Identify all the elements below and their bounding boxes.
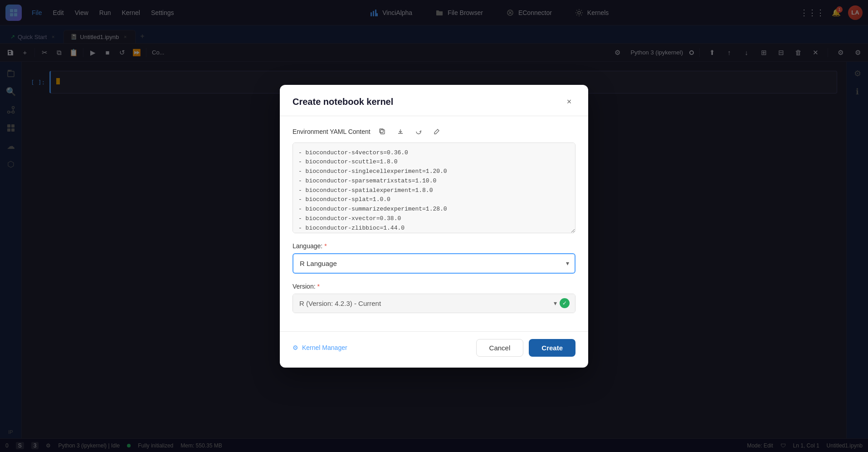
yaml-edit-button[interactable] — [430, 125, 443, 138]
svg-rect-23 — [380, 129, 383, 133]
kernel-manager-label: Kernel Manager — [302, 344, 347, 351]
modal-footer: ⚙ Kernel Manager Cancel Create — [280, 331, 588, 368]
yaml-line-4: - bioconductor-sparsematrixstats=1.10.0 — [298, 177, 570, 186]
version-chevron-icon: ▾ — [554, 300, 557, 307]
language-label: Language: * — [293, 242, 575, 250]
yaml-copy-button[interactable] — [376, 125, 389, 138]
version-label: Version: * — [293, 283, 575, 290]
yaml-label: Environment YAML Content — [293, 128, 371, 135]
modal-actions: Cancel Create — [476, 339, 575, 357]
yaml-line-2: - bioconductor-scuttle=1.8.0 — [298, 157, 570, 167]
language-section: Language: * R Language Python ▾ — [293, 242, 575, 274]
language-select[interactable]: R Language Python — [293, 254, 575, 273]
yaml-line-6: - bioconductor-splat=1.0.0 — [298, 195, 570, 205]
modal-close-button[interactable]: × — [563, 96, 575, 108]
yaml-line-9: - bioconductor-zlibbioc=1.44.0 — [298, 224, 570, 233]
yaml-content[interactable]: - bioconductor-s4vectors=0.36.0 - biocon… — [293, 142, 575, 233]
modal-header: Create notebook kernel × — [280, 85, 588, 116]
modal-overlay: Create notebook kernel × Environment YAM… — [0, 0, 868, 452]
cancel-button[interactable]: Cancel — [476, 339, 524, 357]
yaml-line-8: - bioconductor-xvector=0.38.0 — [298, 214, 570, 224]
language-required-star: * — [324, 242, 327, 250]
version-required-star: * — [317, 283, 320, 290]
version-check-icon: ✓ — [560, 298, 570, 308]
yaml-header: Environment YAML Content — [293, 125, 575, 138]
kernel-manager-link[interactable]: ⚙ Kernel Manager — [293, 344, 347, 351]
modal-body: Environment YAML Content - bioco — [280, 116, 588, 331]
yaml-line-5: - bioconductor-spatialexperiment=1.8.0 — [298, 186, 570, 196]
svg-rect-22 — [380, 130, 385, 134]
yaml-refresh-button[interactable] — [412, 125, 425, 138]
yaml-section: Environment YAML Content - bioco — [293, 125, 575, 233]
kernel-manager-gear-icon: ⚙ — [293, 344, 298, 351]
yaml-download-button[interactable] — [394, 125, 407, 138]
modal-title: Create notebook kernel — [293, 97, 393, 107]
yaml-line-7: - bioconductor-summarizedexperiment=1.28… — [298, 205, 570, 214]
language-select-wrapper: R Language Python ▾ — [293, 253, 575, 274]
version-select-wrapper: R (Version: 4.2.3) - Current ▾ ✓ — [293, 294, 575, 313]
version-select[interactable]: R (Version: 4.2.3) - Current — [293, 294, 575, 313]
create-button[interactable]: Create — [529, 339, 575, 357]
yaml-line-1: - bioconductor-s4vectors=0.36.0 — [298, 148, 570, 158]
version-section: Version: * R (Version: 4.2.3) - Current … — [293, 283, 575, 313]
yaml-line-3: - bioconductor-singlecellexperiment=1.20… — [298, 167, 570, 177]
modal-create-kernel: Create notebook kernel × Environment YAM… — [280, 85, 588, 368]
